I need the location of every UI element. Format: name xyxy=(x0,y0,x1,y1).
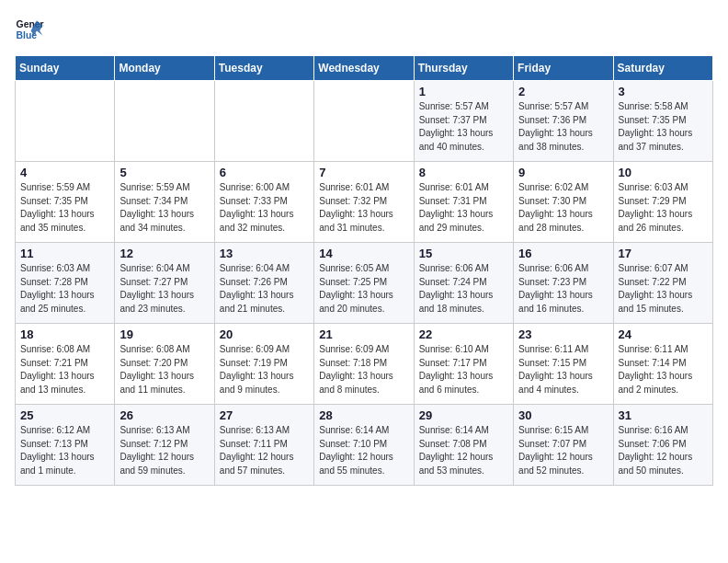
day-info: Sunrise: 5:59 AM Sunset: 7:34 PM Dayligh… xyxy=(119,181,209,235)
day-info: Sunrise: 6:08 AM Sunset: 7:20 PM Dayligh… xyxy=(119,343,209,396)
day-info: Sunrise: 6:09 AM Sunset: 7:19 PM Dayligh… xyxy=(220,343,309,396)
day-number: 18 xyxy=(20,327,109,341)
day-info: Sunrise: 6:14 AM Sunset: 7:10 PM Dayligh… xyxy=(319,424,408,477)
day-cell: 24Sunrise: 6:11 AM Sunset: 7:14 PM Dayli… xyxy=(613,324,712,405)
day-number: 31 xyxy=(619,408,708,422)
day-cell: 5Sunrise: 5:59 AM Sunset: 7:34 PM Daylig… xyxy=(115,162,214,243)
day-number: 1 xyxy=(419,85,508,98)
day-info: Sunrise: 6:06 AM Sunset: 7:24 PM Dayligh… xyxy=(419,262,508,316)
day-cell: 11Sunrise: 6:03 AM Sunset: 7:28 PM Dayli… xyxy=(16,243,115,324)
day-number: 23 xyxy=(518,327,608,341)
day-info: Sunrise: 6:13 AM Sunset: 7:11 PM Dayligh… xyxy=(220,424,309,477)
day-cell: 23Sunrise: 6:11 AM Sunset: 7:15 PM Dayli… xyxy=(514,324,613,405)
day-number: 14 xyxy=(319,247,408,260)
day-cell: 15Sunrise: 6:06 AM Sunset: 7:24 PM Dayli… xyxy=(414,243,513,324)
day-number: 29 xyxy=(419,408,508,422)
day-info: Sunrise: 6:14 AM Sunset: 7:08 PM Dayligh… xyxy=(419,424,508,477)
day-info: Sunrise: 6:02 AM Sunset: 7:30 PM Dayligh… xyxy=(518,181,608,235)
day-number: 9 xyxy=(518,166,608,179)
day-number: 12 xyxy=(119,247,209,260)
day-info: Sunrise: 5:57 AM Sunset: 7:36 PM Dayligh… xyxy=(518,100,608,154)
day-cell xyxy=(214,81,313,162)
day-number: 15 xyxy=(419,247,508,260)
day-info: Sunrise: 6:11 AM Sunset: 7:14 PM Dayligh… xyxy=(619,343,708,396)
day-cell: 2Sunrise: 5:57 AM Sunset: 7:36 PM Daylig… xyxy=(514,81,613,162)
day-info: Sunrise: 6:16 AM Sunset: 7:06 PM Dayligh… xyxy=(619,424,708,477)
day-cell: 6Sunrise: 6:00 AM Sunset: 7:33 PM Daylig… xyxy=(214,162,313,243)
day-number: 4 xyxy=(20,166,109,179)
day-cell: 4Sunrise: 5:59 AM Sunset: 7:35 PM Daylig… xyxy=(16,162,115,243)
day-cell: 29Sunrise: 6:14 AM Sunset: 7:08 PM Dayli… xyxy=(414,405,513,486)
day-cell: 20Sunrise: 6:09 AM Sunset: 7:19 PM Dayli… xyxy=(214,324,313,405)
week-row-1: 1Sunrise: 5:57 AM Sunset: 7:37 PM Daylig… xyxy=(16,81,713,162)
day-cell xyxy=(16,81,115,162)
day-info: Sunrise: 5:58 AM Sunset: 7:35 PM Dayligh… xyxy=(619,100,708,154)
day-info: Sunrise: 6:13 AM Sunset: 7:12 PM Dayligh… xyxy=(119,424,209,477)
day-cell: 31Sunrise: 6:16 AM Sunset: 7:06 PM Dayli… xyxy=(613,405,712,486)
day-cell: 14Sunrise: 6:05 AM Sunset: 7:25 PM Dayli… xyxy=(314,243,414,324)
day-info: Sunrise: 6:07 AM Sunset: 7:22 PM Dayligh… xyxy=(619,262,708,316)
day-number: 11 xyxy=(20,247,109,260)
day-cell: 17Sunrise: 6:07 AM Sunset: 7:22 PM Dayli… xyxy=(613,243,712,324)
header-cell-wednesday: Wednesday xyxy=(314,56,414,81)
week-row-3: 11Sunrise: 6:03 AM Sunset: 7:28 PM Dayli… xyxy=(16,243,713,324)
day-number: 7 xyxy=(319,166,408,179)
day-info: Sunrise: 6:10 AM Sunset: 7:17 PM Dayligh… xyxy=(419,343,508,396)
day-info: Sunrise: 6:11 AM Sunset: 7:15 PM Dayligh… xyxy=(518,343,608,396)
header-cell-monday: Monday xyxy=(115,56,214,81)
calendar-body: 1Sunrise: 5:57 AM Sunset: 7:37 PM Daylig… xyxy=(16,81,713,486)
calendar-table: SundayMondayTuesdayWednesdayThursdayFrid… xyxy=(15,55,713,486)
day-cell: 13Sunrise: 6:04 AM Sunset: 7:26 PM Dayli… xyxy=(214,243,313,324)
day-cell: 26Sunrise: 6:13 AM Sunset: 7:12 PM Dayli… xyxy=(115,405,214,486)
calendar-header: SundayMondayTuesdayWednesdayThursdayFrid… xyxy=(16,56,713,81)
day-number: 22 xyxy=(419,327,508,341)
day-number: 6 xyxy=(220,166,309,179)
header-cell-tuesday: Tuesday xyxy=(214,56,313,81)
day-cell: 1Sunrise: 5:57 AM Sunset: 7:37 PM Daylig… xyxy=(414,81,513,162)
day-cell: 16Sunrise: 6:06 AM Sunset: 7:23 PM Dayli… xyxy=(514,243,613,324)
day-cell: 25Sunrise: 6:12 AM Sunset: 7:13 PM Dayli… xyxy=(16,405,115,486)
day-number: 26 xyxy=(119,408,209,422)
day-info: Sunrise: 6:08 AM Sunset: 7:21 PM Dayligh… xyxy=(20,343,109,396)
day-cell: 30Sunrise: 6:15 AM Sunset: 7:07 PM Dayli… xyxy=(514,405,613,486)
week-row-2: 4Sunrise: 5:59 AM Sunset: 7:35 PM Daylig… xyxy=(16,162,713,243)
day-number: 19 xyxy=(119,327,209,341)
day-cell: 22Sunrise: 6:10 AM Sunset: 7:17 PM Dayli… xyxy=(414,324,513,405)
day-number: 20 xyxy=(220,327,309,341)
day-cell: 3Sunrise: 5:58 AM Sunset: 7:35 PM Daylig… xyxy=(613,81,712,162)
day-number: 13 xyxy=(220,247,309,260)
day-number: 8 xyxy=(419,166,508,179)
day-cell: 7Sunrise: 6:01 AM Sunset: 7:32 PM Daylig… xyxy=(314,162,414,243)
logo-icon: General Blue xyxy=(15,15,44,44)
day-number: 17 xyxy=(619,247,708,260)
header-cell-saturday: Saturday xyxy=(613,56,712,81)
day-number: 2 xyxy=(518,85,608,98)
day-info: Sunrise: 6:04 AM Sunset: 7:27 PM Dayligh… xyxy=(119,262,209,316)
week-row-4: 18Sunrise: 6:08 AM Sunset: 7:21 PM Dayli… xyxy=(16,324,713,405)
day-info: Sunrise: 6:06 AM Sunset: 7:23 PM Dayligh… xyxy=(518,262,608,316)
day-info: Sunrise: 6:12 AM Sunset: 7:13 PM Dayligh… xyxy=(20,424,109,477)
day-cell: 10Sunrise: 6:03 AM Sunset: 7:29 PM Dayli… xyxy=(613,162,712,243)
day-info: Sunrise: 6:00 AM Sunset: 7:33 PM Dayligh… xyxy=(220,181,309,235)
day-info: Sunrise: 5:57 AM Sunset: 7:37 PM Dayligh… xyxy=(419,100,508,154)
day-info: Sunrise: 6:03 AM Sunset: 7:29 PM Dayligh… xyxy=(619,181,708,235)
day-number: 25 xyxy=(20,408,109,422)
day-number: 27 xyxy=(220,408,309,422)
day-number: 21 xyxy=(319,327,408,341)
day-cell: 18Sunrise: 6:08 AM Sunset: 7:21 PM Dayli… xyxy=(16,324,115,405)
week-row-5: 25Sunrise: 6:12 AM Sunset: 7:13 PM Dayli… xyxy=(16,405,713,486)
header-row: SundayMondayTuesdayWednesdayThursdayFrid… xyxy=(16,56,713,81)
day-info: Sunrise: 6:04 AM Sunset: 7:26 PM Dayligh… xyxy=(220,262,309,316)
header-cell-thursday: Thursday xyxy=(414,56,513,81)
header-cell-friday: Friday xyxy=(514,56,613,81)
day-number: 28 xyxy=(319,408,408,422)
day-info: Sunrise: 6:05 AM Sunset: 7:25 PM Dayligh… xyxy=(319,262,408,316)
day-number: 30 xyxy=(518,408,608,422)
day-cell: 21Sunrise: 6:09 AM Sunset: 7:18 PM Dayli… xyxy=(314,324,414,405)
day-info: Sunrise: 6:15 AM Sunset: 7:07 PM Dayligh… xyxy=(518,424,608,477)
day-info: Sunrise: 5:59 AM Sunset: 7:35 PM Dayligh… xyxy=(20,181,109,235)
day-cell: 12Sunrise: 6:04 AM Sunset: 7:27 PM Dayli… xyxy=(115,243,214,324)
day-cell: 27Sunrise: 6:13 AM Sunset: 7:11 PM Dayli… xyxy=(214,405,313,486)
logo: General Blue xyxy=(15,15,44,44)
day-cell: 19Sunrise: 6:08 AM Sunset: 7:20 PM Dayli… xyxy=(115,324,214,405)
